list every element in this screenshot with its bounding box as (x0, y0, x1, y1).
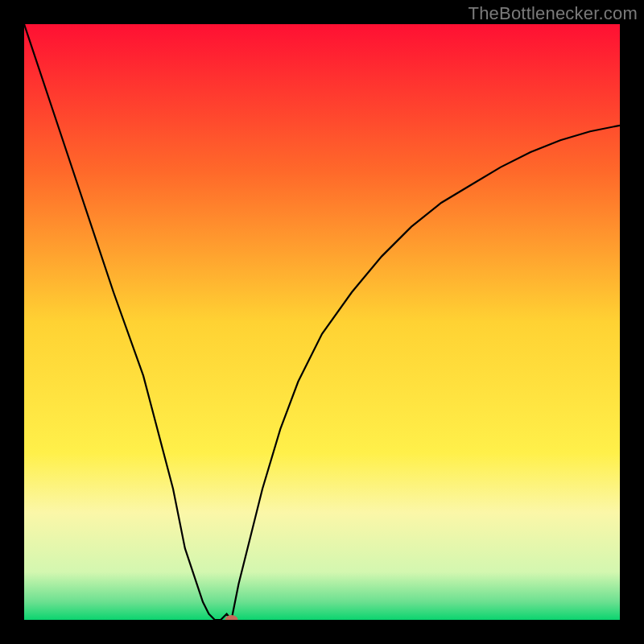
gradient-background (24, 24, 620, 620)
chart-frame: TheBottlenecker.com (0, 0, 644, 644)
plot-area (24, 24, 620, 620)
bottleneck-chart (24, 24, 620, 620)
attribution-label: TheBottlenecker.com (469, 3, 638, 24)
